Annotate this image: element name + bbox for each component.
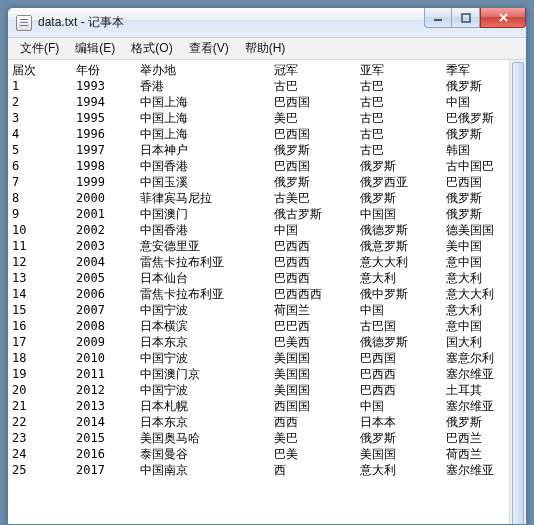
table-cell: 中国国 bbox=[360, 206, 446, 222]
table-row: 41996中国上海巴西国古巴俄罗斯 bbox=[12, 126, 526, 142]
table-cell: 古巴 bbox=[360, 94, 446, 110]
table-row: 122004雷焦卡拉布利亚巴西西意大大利意中国 bbox=[12, 254, 526, 270]
minimize-button[interactable] bbox=[424, 8, 452, 28]
table-cell: 巴西国 bbox=[360, 350, 446, 366]
table-cell: 古巴 bbox=[360, 110, 446, 126]
table-row: 132005日本仙台巴西西意大利意大利 bbox=[12, 270, 526, 286]
table-cell: 雷焦卡拉布利亚 bbox=[140, 286, 274, 302]
table-cell: 中国 bbox=[274, 222, 360, 238]
table-cell: 古巴 bbox=[360, 142, 446, 158]
table-row: 222014日本东京西西日本本俄罗斯 bbox=[12, 414, 526, 430]
table-header-cell: 届次 bbox=[12, 62, 76, 78]
table-row: 182010中国宁波美国国巴西国塞意尔利 bbox=[12, 350, 526, 366]
table-cell: 1993 bbox=[76, 78, 140, 94]
table-row: 152007中国宁波荷国兰中国意大利 bbox=[12, 302, 526, 318]
table-cell: 美巴 bbox=[274, 110, 360, 126]
table-cell: 6 bbox=[12, 158, 76, 174]
table-cell: 15 bbox=[12, 302, 76, 318]
table-cell: 中国上海 bbox=[140, 94, 274, 110]
table-cell: 美国国 bbox=[274, 382, 360, 398]
table-cell: 18 bbox=[12, 350, 76, 366]
table-cell: 2010 bbox=[76, 350, 140, 366]
table-cell: 2003 bbox=[76, 238, 140, 254]
table-cell: 10 bbox=[12, 222, 76, 238]
table-cell: 中国 bbox=[360, 398, 446, 414]
table-row: 232015美国奥马哈美巴俄罗斯巴西兰 bbox=[12, 430, 526, 446]
menu-view[interactable]: 查看(V) bbox=[181, 38, 237, 59]
table-cell: 雷焦卡拉布利亚 bbox=[140, 254, 274, 270]
table-header-cell: 亚军 bbox=[360, 62, 446, 78]
table-cell: 2002 bbox=[76, 222, 140, 238]
table-cell: 23 bbox=[12, 430, 76, 446]
table-row: 112003意安德里亚巴西西俄意罗斯美中国 bbox=[12, 238, 526, 254]
table-cell: 巴西西 bbox=[274, 270, 360, 286]
table-cell: 7 bbox=[12, 174, 76, 190]
menu-edit[interactable]: 编辑(E) bbox=[67, 38, 123, 59]
table-cell: 古美巴 bbox=[274, 190, 360, 206]
table-cell: 中国宁波 bbox=[140, 350, 274, 366]
data-table: 届次年份举办地冠军亚军季军 11993香港古巴古巴俄罗斯21994中国上海巴西国… bbox=[12, 62, 526, 478]
table-cell: 日本神户 bbox=[140, 142, 274, 158]
table-cell: 巴西国 bbox=[274, 94, 360, 110]
table-row: 61998中国香港巴西国俄罗斯古中国巴 bbox=[12, 158, 526, 174]
table-cell: 4 bbox=[12, 126, 76, 142]
table-cell: 13 bbox=[12, 270, 76, 286]
table-cell: 美国国 bbox=[360, 446, 446, 462]
menu-format[interactable]: 格式(O) bbox=[123, 38, 180, 59]
table-cell: 3 bbox=[12, 110, 76, 126]
table-cell: 中国宁波 bbox=[140, 302, 274, 318]
table-cell: 巴西国 bbox=[274, 126, 360, 142]
table-cell: 意大利 bbox=[360, 462, 446, 478]
maximize-button[interactable] bbox=[452, 8, 480, 28]
table-cell: 2016 bbox=[76, 446, 140, 462]
table-cell: 中国上海 bbox=[140, 126, 274, 142]
svg-rect-0 bbox=[434, 19, 442, 21]
text-area[interactable]: 届次年份举办地冠军亚军季军 11993香港古巴古巴俄罗斯21994中国上海巴西国… bbox=[8, 60, 526, 524]
table-cell: 2 bbox=[12, 94, 76, 110]
table-cell: 2006 bbox=[76, 286, 140, 302]
table-cell: 2008 bbox=[76, 318, 140, 334]
table-row: 71999中国玉溪俄罗斯俄罗西亚巴西国 bbox=[12, 174, 526, 190]
table-cell: 俄德罗斯 bbox=[360, 222, 446, 238]
table-cell: 11 bbox=[12, 238, 76, 254]
table-cell: 1998 bbox=[76, 158, 140, 174]
menu-help[interactable]: 帮助(H) bbox=[237, 38, 294, 59]
table-cell: 俄罗斯 bbox=[360, 430, 446, 446]
table-cell: 2001 bbox=[76, 206, 140, 222]
menubar: 文件(F) 编辑(E) 格式(O) 查看(V) 帮助(H) bbox=[8, 38, 526, 60]
table-cell: 1 bbox=[12, 78, 76, 94]
table-cell: 俄罗斯 bbox=[274, 174, 360, 190]
table-cell: 西 bbox=[274, 462, 360, 478]
table-cell: 1997 bbox=[76, 142, 140, 158]
table-cell: 中国宁波 bbox=[140, 382, 274, 398]
table-cell: 巴美西 bbox=[274, 334, 360, 350]
table-cell: 19 bbox=[12, 366, 76, 382]
table-cell: 美国奥马哈 bbox=[140, 430, 274, 446]
table-cell: 中国澳门京 bbox=[140, 366, 274, 382]
table-cell: 美巴 bbox=[274, 430, 360, 446]
text-content[interactable]: 届次年份举办地冠军亚军季军 11993香港古巴古巴俄罗斯21994中国上海巴西国… bbox=[8, 60, 526, 524]
table-cell: 俄罗西亚 bbox=[360, 174, 446, 190]
table-cell: 西西 bbox=[274, 414, 360, 430]
maximize-icon bbox=[461, 13, 471, 23]
titlebar[interactable]: data.txt - 记事本 bbox=[8, 8, 526, 38]
table-cell: 俄德罗斯 bbox=[360, 334, 446, 350]
table-cell: 1996 bbox=[76, 126, 140, 142]
table-row: 92001中国澳门俄古罗斯中国国俄罗斯 bbox=[12, 206, 526, 222]
table-cell: 中国澳门 bbox=[140, 206, 274, 222]
table-cell: 中国香港 bbox=[140, 158, 274, 174]
vertical-scrollbar[interactable] bbox=[509, 60, 526, 524]
table-row: 242016泰国曼谷巴美美国国荷西兰 bbox=[12, 446, 526, 462]
menu-file[interactable]: 文件(F) bbox=[12, 38, 67, 59]
table-cell: 日本仙台 bbox=[140, 270, 274, 286]
table-cell: 意安德里亚 bbox=[140, 238, 274, 254]
table-cell: 巴西西 bbox=[360, 382, 446, 398]
table-cell: 日本横滨 bbox=[140, 318, 274, 334]
table-cell: 1995 bbox=[76, 110, 140, 126]
table-cell: 2004 bbox=[76, 254, 140, 270]
close-button[interactable] bbox=[480, 8, 526, 28]
table-cell: 2005 bbox=[76, 270, 140, 286]
table-row: 252017中国南京西意大利塞尔维亚 bbox=[12, 462, 526, 478]
minimize-icon bbox=[433, 13, 443, 23]
scrollbar-thumb[interactable] bbox=[512, 62, 524, 524]
